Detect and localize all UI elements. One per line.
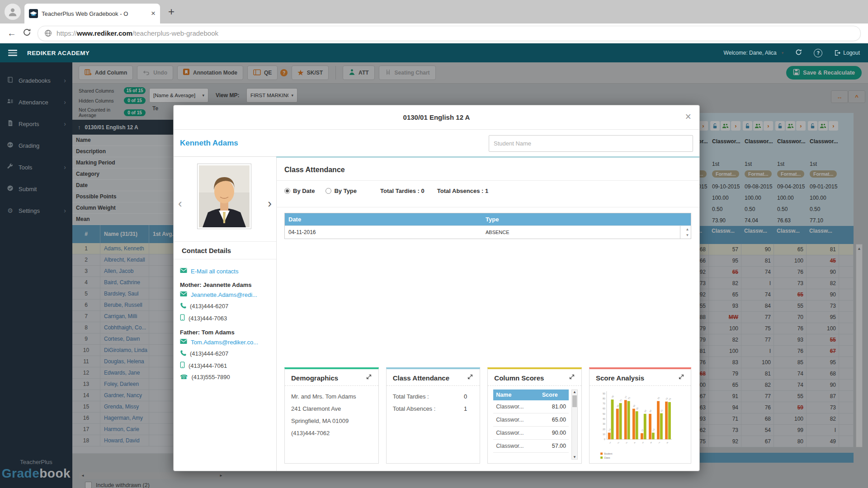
brand-title: REDIKER ACADEMY xyxy=(27,50,90,56)
svg-text:80: 80 xyxy=(603,397,605,399)
site-favicon-icon xyxy=(29,9,38,18)
attendance-row[interactable]: 04-11-2016ABSENCE▲▼ xyxy=(285,225,691,239)
svg-text:40: 40 xyxy=(603,418,605,420)
class-attendance-title: Class Attendance xyxy=(284,158,691,174)
svg-text:0: 0 xyxy=(604,438,605,441)
card-class-attendance: Class AttendanceTotal Tardies :0Total Ab… xyxy=(386,367,481,464)
svg-text:75: 75 xyxy=(657,396,660,399)
hamburger-menu-icon[interactable] xyxy=(8,50,17,56)
svg-text:50: 50 xyxy=(649,409,652,412)
contact-group-name: Father: Tom Adams xyxy=(180,329,272,336)
address-bar[interactable]: https://www.rediker.com/teacherplus-web-… xyxy=(38,26,861,41)
svg-text:7: 7 xyxy=(658,441,660,444)
svg-text:75: 75 xyxy=(627,396,631,399)
person-icon xyxy=(8,7,18,17)
radio-by-date[interactable]: By Date xyxy=(284,188,315,194)
back-icon[interactable]: ← xyxy=(7,28,16,38)
student-search-input[interactable] xyxy=(489,135,693,152)
svg-text:20: 20 xyxy=(603,427,605,430)
score-row[interactable]: Classwor...90.00 xyxy=(493,427,569,440)
browser-profile-avatar[interactable] xyxy=(5,4,21,20)
svg-text:70: 70 xyxy=(603,402,605,405)
svg-text:30: 30 xyxy=(603,422,605,425)
svg-text:13: 13 xyxy=(608,428,611,431)
new-tab-button[interactable]: + xyxy=(168,6,175,17)
svg-text:90: 90 xyxy=(603,392,605,394)
student-name: Kenneth Adams xyxy=(180,139,238,148)
arrow-down-icon[interactable]: ▼ xyxy=(686,233,689,237)
arrow-down-icon[interactable]: ▼ xyxy=(573,455,576,459)
svg-text:1: 1 xyxy=(609,441,612,444)
user-menu[interactable]: Welcome: Dane, Alica▾ xyxy=(724,50,784,56)
expand-icon[interactable] xyxy=(678,374,684,382)
attendance-summary-row: Total Absences :1 xyxy=(393,403,474,415)
score-row[interactable]: Classwor...57.00 xyxy=(493,440,569,453)
svg-text:Class: Class xyxy=(604,456,610,459)
envelope-icon xyxy=(180,291,187,298)
email-all-contacts-link[interactable]: E-Mail all contacts xyxy=(180,267,272,275)
radio-by-type[interactable]: By Type xyxy=(326,188,357,194)
contact-phone: (413)444-6207 xyxy=(180,350,272,357)
reload-icon[interactable] xyxy=(23,28,31,38)
contact-phone: (413)444-7061 xyxy=(180,361,272,370)
svg-text:55: 55 xyxy=(636,407,639,410)
next-student-icon[interactable]: › xyxy=(268,197,272,211)
svg-text:78: 78 xyxy=(611,395,614,398)
attendance-total: Total Absences : 1 xyxy=(437,188,488,194)
mobile-icon xyxy=(180,314,185,322)
handset-icon xyxy=(180,302,186,310)
svg-text:51: 51 xyxy=(660,408,663,412)
screen: TeacherPlus Web Gradebook - O × + ← http… xyxy=(0,0,868,488)
score-analysis-chart: 0102030405060708090137816071277753605541… xyxy=(596,390,684,459)
svg-text:73: 73 xyxy=(668,397,671,400)
svg-text:77: 77 xyxy=(624,395,627,399)
handset-icon xyxy=(180,350,186,357)
attendance-summary-row: Total Tardies :0 xyxy=(393,390,474,403)
score-row[interactable]: Classwor...65.00 xyxy=(493,413,569,427)
arrow-up-icon[interactable]: ▲ xyxy=(686,227,689,231)
close-icon[interactable]: × xyxy=(685,111,691,123)
attendance-col-type: Type xyxy=(482,213,680,225)
refresh-icon[interactable] xyxy=(795,49,802,57)
demographics-line: 241 Claremont Ave xyxy=(291,403,372,415)
contact-details-heading: Contact Details xyxy=(174,241,276,259)
globe-icon xyxy=(44,29,52,37)
contact-phone: ☎(413)555-7890 xyxy=(180,374,272,380)
svg-text:60: 60 xyxy=(616,404,619,407)
expand-icon[interactable] xyxy=(569,374,575,382)
card-score-analysis: Score Analysis01020304050607080901378160… xyxy=(589,367,691,464)
tab-close-icon[interactable]: × xyxy=(151,9,156,18)
svg-text:3: 3 xyxy=(625,441,628,444)
column-scores-table: NameScoreClasswor...81.00Classwor...65.0… xyxy=(493,389,569,453)
radio-icon xyxy=(326,188,331,194)
radio-icon xyxy=(284,188,290,194)
logout-button[interactable]: Logout xyxy=(834,50,860,56)
envelope-icon xyxy=(180,338,187,346)
svg-text:12: 12 xyxy=(641,428,644,432)
demographics-line: (413)444-7062 xyxy=(291,427,372,439)
card-column-scores: Column ScoresNameScoreClasswor...81.00Cl… xyxy=(487,367,582,464)
contact-email-link[interactable]: Tom.Adams@rediker.co... xyxy=(180,338,272,346)
contact-panel: ‹ › xyxy=(174,156,277,471)
expand-icon[interactable] xyxy=(366,374,372,382)
browser-tabstrip: TeacherPlus Web Gradebook - O × + xyxy=(0,0,868,23)
demographics-line: Springfield, MA 01009 xyxy=(291,415,372,427)
student-detail-modal: 0130/01 English 12 A × Kenneth Adams ‹ › xyxy=(173,105,700,471)
svg-text:50: 50 xyxy=(644,409,647,412)
svg-text:71: 71 xyxy=(619,399,623,402)
table-scrollbar[interactable]: ▲▼ xyxy=(680,226,691,239)
envelope-icon xyxy=(180,267,187,275)
arrow-up-icon[interactable]: ▲ xyxy=(573,390,576,394)
help-icon[interactable]: ? xyxy=(814,49,822,57)
browser-tab[interactable]: TeacherPlus Web Gradebook - O × xyxy=(24,4,160,23)
svg-text:13: 13 xyxy=(652,428,655,431)
svg-text:4: 4 xyxy=(633,441,636,444)
app-navbar: REDIKER ACADEMY Welcome: Dane, Alica▾ ? … xyxy=(0,43,868,62)
expand-icon[interactable] xyxy=(467,374,473,382)
contact-email-link[interactable]: Jeannette.Adams@redi... xyxy=(180,291,272,298)
score-row[interactable]: Classwor...81.00 xyxy=(493,400,569,413)
scores-scrollbar[interactable]: ▲▼ xyxy=(571,389,578,460)
prev-student-icon[interactable]: ‹ xyxy=(178,197,182,211)
svg-text:60: 60 xyxy=(603,407,605,410)
demographics-line: Mr. and Mrs. Tom Adams xyxy=(291,390,372,403)
